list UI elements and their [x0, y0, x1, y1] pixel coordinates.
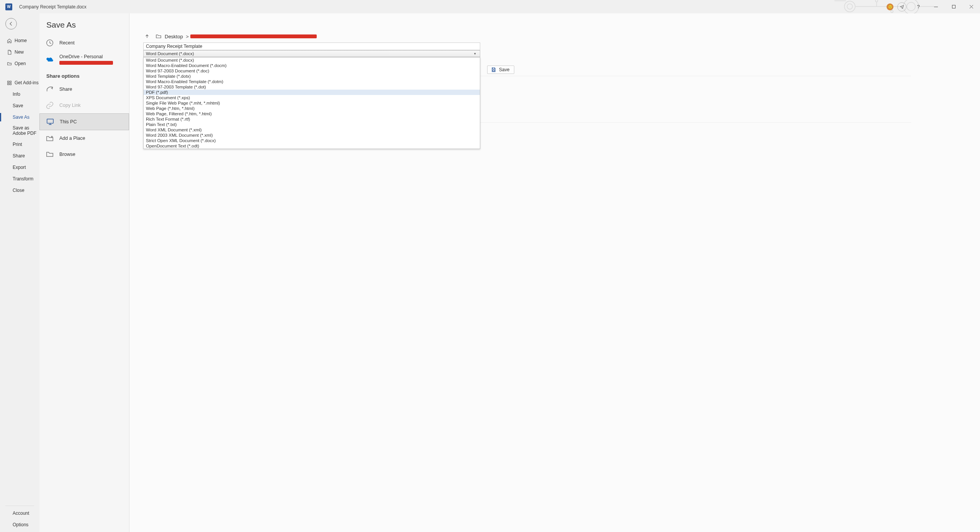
nav-save-as[interactable]: Save As: [0, 111, 39, 123]
close-button[interactable]: [962, 0, 980, 13]
svg-rect-13: [10, 83, 11, 85]
minimize-button[interactable]: [927, 0, 945, 13]
nav-save-as-adobe-pdf[interactable]: Save as Adobe PDF: [0, 123, 39, 139]
nav-export-label: Export: [13, 165, 26, 170]
nav-transform-label: Transform: [13, 176, 33, 182]
nav-home[interactable]: Home: [0, 35, 39, 46]
place-this-pc[interactable]: This PC: [39, 113, 129, 130]
nav-options[interactable]: Options: [0, 519, 39, 530]
nav-new[interactable]: New: [0, 46, 39, 58]
new-doc-icon: [6, 50, 12, 55]
nav-print[interactable]: Print: [0, 139, 39, 150]
browse-folder-icon: [45, 149, 55, 159]
file-type-option[interactable]: Word 2003 XML Document (*.xml): [144, 133, 480, 138]
up-one-level-button[interactable]: [143, 33, 151, 40]
place-browse[interactable]: Browse: [39, 146, 129, 162]
nav-open[interactable]: Open: [0, 58, 39, 69]
svg-rect-12: [7, 83, 9, 85]
svg-rect-11: [10, 81, 11, 82]
place-onedrive[interactable]: OneDrive - Personal: [39, 51, 129, 68]
place-share[interactable]: Share: [39, 81, 129, 97]
place-recent[interactable]: Recent: [39, 35, 129, 51]
nav-close[interactable]: Close: [0, 185, 39, 196]
nav-save[interactable]: Save: [0, 100, 39, 111]
share-options-label: Share options: [39, 68, 129, 81]
back-button[interactable]: [5, 18, 17, 29]
nav-transform[interactable]: Transform: [0, 173, 39, 185]
place-this-pc-label: This PC: [60, 119, 77, 124]
place-browse-label: Browse: [59, 152, 75, 157]
file-type-option[interactable]: Web Page (*.htm, *.html): [144, 106, 480, 111]
nav-print-label: Print: [13, 142, 22, 147]
nav-export[interactable]: Export: [0, 162, 39, 173]
file-type-select[interactable]: Word Document (*.docx) ▾: [143, 50, 480, 57]
place-add-a-place-label: Add a Place: [59, 136, 85, 141]
breadcrumb-path-redacted: [190, 34, 317, 38]
save-as-main-pane: Desktop > Word Document (*.docx) ▾ Word …: [129, 13, 980, 532]
nav-get-addins[interactable]: Get Add-ins: [0, 77, 39, 88]
file-type-option[interactable]: Strict Open XML Document (*.docx): [144, 138, 480, 143]
add-place-icon: [45, 133, 55, 143]
user-avatar[interactable]: 🙂: [887, 3, 893, 10]
svg-point-3: [847, 4, 852, 9]
nav-info-label: Info: [13, 92, 20, 97]
nav-account-label: Account: [13, 511, 29, 516]
help-button[interactable]: ?: [910, 0, 927, 13]
place-copy-link-label: Copy Link: [59, 103, 81, 108]
breadcrumb-root[interactable]: Desktop: [165, 34, 183, 39]
filename-input[interactable]: [143, 43, 480, 50]
place-onedrive-label: OneDrive - Personal: [59, 54, 113, 59]
file-type-option[interactable]: Web Page, Filtered (*.htm, *.html): [144, 111, 480, 116]
file-type-option[interactable]: Word Document (*.docx): [144, 57, 480, 63]
nav-account[interactable]: Account: [0, 507, 39, 519]
svg-point-2: [844, 1, 855, 12]
file-type-option[interactable]: Word 97-2003 Document (*.doc): [144, 68, 480, 74]
this-pc-icon: [45, 117, 55, 127]
page-title: Save As: [39, 20, 129, 35]
svg-point-4: [875, 0, 878, 2]
breadcrumb-row: Desktop >: [143, 33, 965, 40]
nav-home-label: Home: [15, 38, 27, 43]
nav-options-label: Options: [13, 522, 28, 527]
home-icon: [6, 38, 12, 43]
place-recent-label: Recent: [59, 40, 75, 46]
share-icon: [45, 84, 55, 94]
file-type-option[interactable]: Word 97-2003 Template (*.dot): [144, 84, 480, 90]
place-add-a-place[interactable]: Add a Place: [39, 130, 129, 146]
breadcrumb-separator: >: [185, 34, 189, 39]
word-app-glyph: W: [7, 5, 10, 9]
file-type-option[interactable]: Rich Text Format (*.rtf): [144, 116, 480, 122]
nav-save-label: Save: [13, 103, 23, 108]
nav-close-label: Close: [13, 188, 25, 193]
nav-share[interactable]: Share: [0, 150, 39, 162]
file-type-option[interactable]: XPS Document (*.xps): [144, 95, 480, 100]
nav-info[interactable]: Info: [0, 88, 39, 100]
open-folder-icon: [6, 61, 12, 66]
save-button[interactable]: Save: [487, 65, 514, 74]
nav-save-as-adobe-pdf-label: Save as Adobe PDF: [13, 125, 39, 136]
coming-soon-icon[interactable]: [897, 2, 906, 11]
nav-divider: [5, 506, 34, 506]
file-type-option[interactable]: Word Macro-Enabled Template (*.dotm): [144, 79, 480, 84]
svg-rect-7: [952, 5, 955, 8]
save-button-label: Save: [499, 67, 509, 72]
file-type-option[interactable]: Word XML Document (*.xml): [144, 127, 480, 133]
file-type-option[interactable]: Single File Web Page (*.mht, *.mhtml): [144, 100, 480, 106]
file-type-option[interactable]: OpenDocument Text (*.odt): [144, 143, 480, 149]
folder-icon: [155, 33, 162, 40]
onedrive-email-redacted: [59, 61, 113, 65]
save-icon: [491, 67, 497, 73]
file-type-option[interactable]: Plain Text (*.txt): [144, 122, 480, 127]
place-share-label: Share: [59, 87, 72, 92]
nav-share-label: Share: [13, 153, 25, 159]
maximize-button[interactable]: [945, 0, 962, 13]
file-type-selected-label: Word Document (*.docx): [146, 51, 194, 56]
link-icon: [45, 100, 55, 110]
addins-icon: [6, 80, 12, 85]
file-type-option[interactable]: PDF (*.pdf): [144, 90, 480, 95]
file-type-dropdown[interactable]: Word Document (*.docx)Word Macro-Enabled…: [143, 57, 480, 149]
svg-rect-16: [493, 70, 495, 72]
backstage-left-nav: Home New Open Get Add-ins Info Save Save…: [0, 13, 39, 532]
file-type-option[interactable]: Word Template (*.dotx): [144, 74, 480, 79]
file-type-option[interactable]: Word Macro-Enabled Document (*.docm): [144, 63, 480, 68]
